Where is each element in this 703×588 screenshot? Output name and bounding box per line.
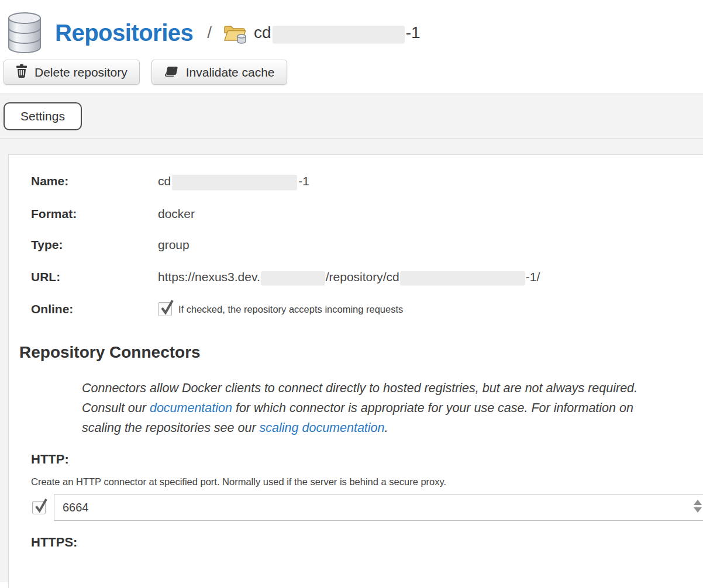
stepper-down-icon[interactable] bbox=[694, 507, 702, 513]
documentation-link[interactable]: documentation bbox=[150, 401, 232, 415]
field-row-type: Type: group bbox=[31, 238, 703, 252]
http-enabled-checkbox[interactable] bbox=[32, 501, 46, 514]
field-row-online: Online: If checked, the repository accep… bbox=[31, 302, 703, 316]
tab-settings[interactable]: Settings bbox=[4, 102, 82, 130]
page-title: Repositories bbox=[55, 20, 193, 46]
url-value-prefix: https://nexus3.dev. bbox=[158, 270, 260, 284]
repository-connectors-heading: Repository Connectors bbox=[19, 343, 703, 362]
format-value: docker bbox=[158, 207, 195, 221]
url-value-mid: /repository/cd bbox=[326, 270, 399, 284]
breadcrumb-repository-name: cd-1 bbox=[254, 22, 420, 43]
format-label: Format: bbox=[31, 207, 158, 221]
field-row-url: URL: https://nexus3.dev./repository/cd-1… bbox=[31, 269, 703, 285]
repository-database-icon bbox=[6, 12, 43, 54]
redacted-path-block bbox=[400, 271, 525, 285]
delete-repository-button[interactable]: Delete repository bbox=[4, 60, 140, 85]
content-area: Name: cd-1 Format: docker Type: group UR… bbox=[0, 139, 703, 582]
redacted-name-block bbox=[273, 26, 405, 43]
field-row-name: Name: cd-1 bbox=[31, 172, 703, 190]
url-label: URL: bbox=[31, 270, 158, 284]
name-value: cd-1 bbox=[158, 172, 309, 190]
online-caption: If checked, the repository accepts incom… bbox=[178, 304, 403, 315]
online-checkbox[interactable] bbox=[158, 302, 172, 316]
scaling-documentation-link[interactable]: scaling documentation bbox=[260, 421, 385, 435]
repository-toolbar: Delete repository Invalidate cache bbox=[0, 58, 703, 85]
online-label: Online: bbox=[31, 302, 158, 316]
port-stepper[interactable] bbox=[694, 500, 702, 513]
breadcrumb-separator: / bbox=[207, 23, 212, 42]
redacted-name-block bbox=[172, 175, 297, 190]
delete-repository-label: Delete repository bbox=[35, 65, 127, 79]
type-label: Type: bbox=[31, 238, 158, 252]
settings-panel: Name: cd-1 Format: docker Type: group UR… bbox=[8, 154, 703, 588]
url-value: https://nexus3.dev./repository/cd-1/ bbox=[158, 269, 540, 285]
eraser-icon bbox=[164, 65, 179, 79]
redacted-host-block bbox=[261, 271, 325, 285]
connectors-text-3: . bbox=[385, 421, 388, 435]
https-label: HTTPS: bbox=[31, 535, 703, 550]
tab-bar: Settings bbox=[0, 94, 703, 139]
breadcrumb-name-prefix: cd bbox=[254, 23, 271, 42]
invalidate-cache-label: Invalidate cache bbox=[186, 65, 275, 79]
name-label: Name: bbox=[31, 174, 158, 188]
page-header: Repositories / cd-1 bbox=[0, 0, 703, 58]
http-port-input[interactable] bbox=[54, 494, 703, 521]
stepper-up-icon[interactable] bbox=[694, 500, 702, 505]
invalidate-cache-button[interactable]: Invalidate cache bbox=[151, 60, 287, 85]
http-help-text: Create an HTTP connector at specified po… bbox=[31, 476, 703, 487]
connectors-description: Connectors allow Docker clients to conne… bbox=[82, 378, 642, 438]
url-value-suffix: -1/ bbox=[526, 270, 540, 284]
trash-icon bbox=[16, 64, 27, 81]
http-port-row bbox=[32, 494, 703, 521]
http-label: HTTP: bbox=[31, 452, 703, 467]
name-value-suffix: -1 bbox=[298, 174, 309, 188]
type-value: group bbox=[158, 238, 189, 252]
breadcrumb-name-suffix: -1 bbox=[406, 23, 421, 42]
field-row-format: Format: docker bbox=[31, 207, 703, 221]
repository-folder-icon bbox=[223, 23, 247, 44]
name-value-prefix: cd bbox=[158, 174, 171, 188]
